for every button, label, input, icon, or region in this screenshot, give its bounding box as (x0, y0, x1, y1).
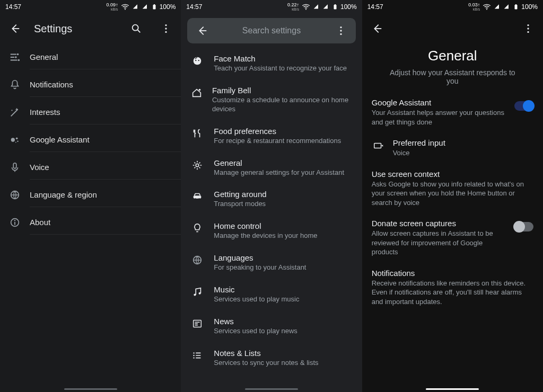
item-subtitle: Your Assistant helps answer your questio… (372, 108, 507, 127)
info-icon (9, 217, 21, 228)
nav-handle[interactable] (64, 388, 117, 390)
more-icon (522, 23, 534, 34)
battery-pct: 100% (340, 3, 357, 11)
item-title: Food preferences (214, 127, 341, 136)
phone-settings: 14:57 0.09↑kB/s 100% Settings GeneralNot… (0, 0, 181, 392)
item-subtitle: Services used to play news (214, 327, 297, 336)
settings-item-voice[interactable]: Voice (0, 154, 181, 181)
settings-item-google-assistant[interactable]: Google Assistant (0, 126, 181, 154)
general-item-use-screen-context[interactable]: Use screen contextAsks Google to show yo… (362, 164, 543, 214)
settings-item-label: Language & region (30, 183, 181, 207)
item-title: Google Assistant (372, 98, 507, 107)
signal-icon (142, 3, 149, 11)
signal-icon (503, 3, 511, 11)
search-icon (130, 23, 142, 34)
phone-general: 14:57 0.03↑kB/s 100% General Adjust how … (362, 0, 543, 392)
battery-icon (332, 3, 338, 11)
wifi-icon (482, 2, 492, 12)
assistant-item-general[interactable]: GeneralManage general settings for your … (181, 152, 362, 184)
item-subtitle: Transport modes (214, 200, 266, 209)
assistant-item-music[interactable]: MusicServices used to play music (181, 279, 362, 310)
search-button[interactable] (126, 18, 147, 39)
page-title: General (362, 48, 543, 64)
overflow-button[interactable] (518, 18, 539, 39)
general-item-notifications[interactable]: NotificationsReceive notifications like … (362, 263, 543, 313)
back-button[interactable] (191, 20, 213, 41)
settings-item-interests[interactable]: Interests (0, 99, 181, 126)
item-subtitle: For recipe & restaurant recommendations (214, 137, 341, 146)
nav-handle[interactable] (245, 388, 298, 390)
homebell-icon (191, 87, 203, 99)
assistant-item-face-match[interactable]: Face MatchTeach your Assistant to recogn… (181, 48, 362, 79)
item-subtitle: Teach your Assistant to recognize your f… (214, 64, 347, 73)
settings-item-label: About (30, 210, 181, 235)
input-icon (373, 140, 384, 152)
phone-assistant-settings: 14:57 0.22↑kB/s 100% Search settings Fac… (181, 0, 362, 392)
item-subtitle: For speaking to your Assistant (214, 263, 306, 272)
assistant-item-home-control[interactable]: Home controlManage the devices in your h… (181, 215, 362, 247)
car-icon (191, 191, 203, 202)
toggle-switch[interactable] (514, 222, 533, 231)
battery-icon (513, 3, 519, 11)
nav-handle[interactable] (426, 388, 479, 390)
status-time: 14:57 (5, 3, 21, 11)
assistant-item-notes-lists[interactable]: Notes & ListsServices to sync your notes… (181, 342, 362, 374)
item-subtitle: Allow screen captures in Assistant to be… (372, 229, 507, 257)
item-subtitle: Receive notifications like reminders on … (372, 279, 533, 307)
settings-item-notifications[interactable]: Notifications (0, 71, 181, 99)
gear-icon (191, 159, 203, 171)
assistant-item-languages[interactable]: LanguagesFor speaking to your Assistant (181, 247, 362, 279)
back-icon (196, 25, 208, 37)
item-title: Notifications (372, 269, 533, 278)
item-title: News (214, 317, 297, 326)
assistant-item-family-bell[interactable]: Family BellCustomize a schedule to annou… (181, 79, 362, 120)
item-title: Languages (214, 253, 306, 262)
assistant-item-food-preferences[interactable]: Food preferencesFor recipe & restaurant … (181, 120, 362, 152)
bell-icon (9, 79, 21, 91)
settings-item-label: Google Assistant (30, 128, 181, 152)
battery-pct: 100% (521, 3, 538, 11)
overflow-button[interactable] (330, 20, 352, 41)
item-subtitle: Customize a schedule to announce on home… (212, 96, 353, 114)
back-button[interactable] (4, 18, 25, 39)
settings-item-general[interactable]: General (0, 43, 181, 71)
status-time: 14:57 (367, 3, 383, 11)
search-bar[interactable]: Search settings (187, 18, 355, 43)
item-title: Getting around (214, 190, 266, 199)
settings-item-label: Notifications (30, 73, 181, 97)
toolbar: Settings (0, 14, 181, 43)
general-list: Google AssistantYour Assistant helps ans… (362, 93, 543, 313)
settings-list: GeneralNotificationsInterestsGoogle Assi… (0, 43, 181, 236)
page-subtitle: Adjust how your Assistant responds to yo… (362, 64, 543, 93)
item-title: Music (214, 285, 299, 294)
item-title: Notes & Lists (214, 349, 318, 358)
status-bar: 14:57 0.03↑kB/s 100% (362, 0, 543, 14)
back-icon (371, 23, 383, 34)
item-title: Face Match (214, 54, 347, 63)
signal-icon (494, 3, 501, 11)
item-subtitle: Voice (393, 148, 533, 158)
assistant-icon (9, 134, 21, 146)
page-title: Settings (34, 23, 72, 35)
settings-item-language-region[interactable]: Language & region (0, 181, 181, 209)
item-title: Use screen context (372, 170, 533, 179)
bulb-icon (191, 222, 203, 234)
assistant-item-news[interactable]: NewsServices used to play news (181, 310, 362, 342)
general-item-google-assistant[interactable]: Google AssistantYour Assistant helps ans… (362, 93, 543, 133)
item-title: Family Bell (212, 86, 353, 95)
signal-icon (132, 3, 139, 11)
globe-icon (191, 254, 203, 266)
general-item-preferred-input[interactable]: Preferred inputVoice (362, 133, 543, 164)
assistant-item-getting-around[interactable]: Getting aroundTransport modes (181, 183, 362, 215)
back-button[interactable] (366, 18, 388, 39)
general-item-donate-screen-captures[interactable]: Donate screen capturesAllow screen captu… (362, 213, 543, 263)
search-placeholder: Search settings (213, 26, 330, 35)
item-title: Donate screen captures (372, 219, 507, 228)
item-subtitle: Services to sync your notes & lists (214, 359, 318, 368)
item-title: Home control (214, 221, 317, 230)
status-bar: 14:57 0.09↑kB/s 100% (0, 0, 181, 14)
wand-icon (9, 106, 21, 118)
overflow-button[interactable] (155, 18, 177, 39)
toggle-switch[interactable] (514, 101, 533, 111)
settings-item-about[interactable]: About (0, 209, 181, 236)
